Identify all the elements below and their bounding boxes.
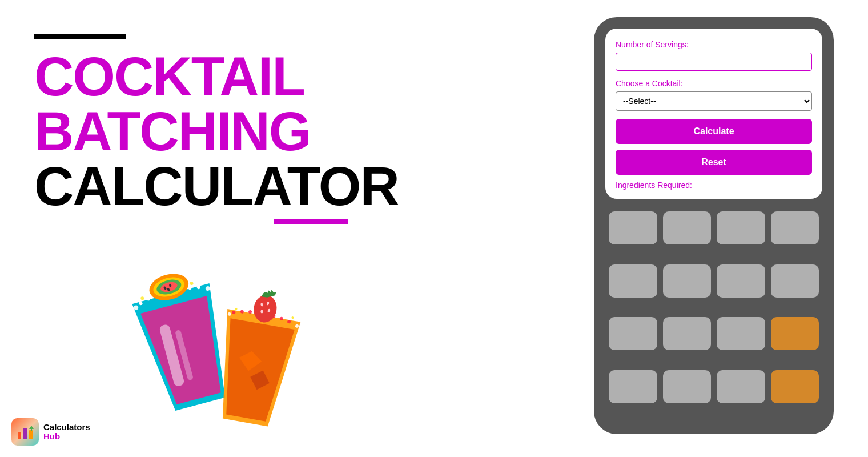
svg-marker-47 bbox=[29, 426, 34, 429]
key-5[interactable] bbox=[609, 264, 657, 298]
title-line1: COCKTAIL bbox=[34, 49, 434, 104]
logo-text: Calculators Hub bbox=[43, 423, 90, 442]
calculator-device: Number of Servings: Choose a Cocktail: -… bbox=[594, 17, 834, 434]
svg-point-29 bbox=[235, 307, 238, 310]
key-15[interactable] bbox=[717, 370, 765, 403]
logo-icon bbox=[11, 418, 39, 446]
calculate-button[interactable]: Calculate bbox=[616, 119, 812, 144]
svg-rect-45 bbox=[23, 428, 27, 439]
key-3[interactable] bbox=[717, 211, 765, 244]
cocktail-label: Choose a Cocktail: bbox=[616, 79, 812, 88]
svg-point-7 bbox=[190, 281, 194, 285]
key-1[interactable] bbox=[609, 211, 657, 244]
key-14[interactable] bbox=[663, 370, 712, 403]
key-10[interactable] bbox=[663, 317, 712, 350]
key-7[interactable] bbox=[717, 264, 765, 298]
servings-label: Number of Servings: bbox=[616, 40, 812, 49]
key-11[interactable] bbox=[717, 317, 765, 350]
calculator-screen: Number of Servings: Choose a Cocktail: -… bbox=[605, 29, 822, 199]
reset-button[interactable]: Reset bbox=[616, 150, 812, 175]
logo: Calculators Hub bbox=[11, 418, 90, 446]
title-line2: BATCHING bbox=[34, 104, 434, 159]
cocktail-select[interactable]: --Select-- bbox=[616, 91, 812, 111]
key-8[interactable] bbox=[771, 264, 819, 298]
glasses-illustration bbox=[114, 246, 308, 440]
svg-rect-44 bbox=[18, 432, 21, 439]
key-2[interactable] bbox=[663, 211, 712, 244]
top-bar-decoration bbox=[34, 34, 126, 39]
svg-point-42 bbox=[260, 310, 263, 314]
key-16-orange[interactable] bbox=[771, 370, 819, 403]
key-4[interactable] bbox=[771, 211, 819, 244]
keypad bbox=[605, 206, 822, 423]
servings-input[interactable] bbox=[616, 53, 812, 71]
logo-name-bottom: Hub bbox=[43, 432, 90, 442]
key-12-orange[interactable] bbox=[771, 317, 819, 350]
glasses-svg bbox=[114, 246, 308, 440]
key-9[interactable] bbox=[609, 317, 657, 350]
title-section: COCKTAIL BATCHING CALCULATOR bbox=[34, 34, 434, 224]
key-6[interactable] bbox=[663, 264, 712, 298]
svg-rect-46 bbox=[29, 430, 33, 439]
logo-name-top: Calculators bbox=[43, 423, 90, 432]
key-13[interactable] bbox=[609, 370, 657, 403]
title-line3: CALCULATOR bbox=[34, 159, 434, 214]
ingredients-label: Ingredients Required: bbox=[616, 181, 812, 190]
svg-point-6 bbox=[140, 296, 144, 300]
svg-point-30 bbox=[291, 316, 294, 319]
mid-bar-decoration bbox=[274, 219, 348, 224]
svg-rect-48 bbox=[31, 429, 32, 431]
logo-svg bbox=[15, 422, 35, 442]
